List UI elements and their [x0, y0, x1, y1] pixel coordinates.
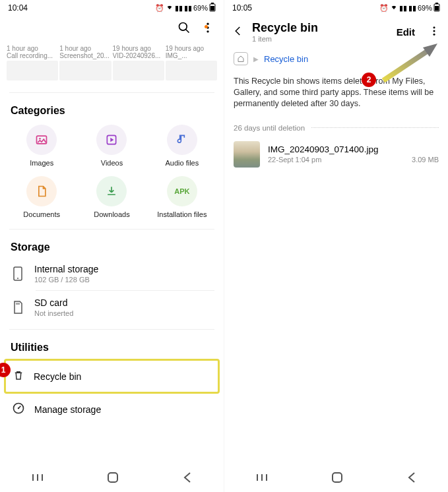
file-name: IMG_20240903_071400.jpg [268, 144, 439, 154]
alarm-icon: ⏰ [155, 4, 164, 13]
category-images[interactable]: Images [7, 125, 77, 167]
trash-icon [13, 369, 24, 384]
phone-icon [11, 266, 25, 281]
storage-heading: Storage [0, 235, 224, 257]
categories-grid: Images Videos Audio files Documents Down… [0, 121, 224, 224]
svg-rect-21 [108, 473, 117, 482]
nav-bar [224, 466, 448, 492]
recents-button[interactable] [256, 473, 268, 485]
svg-point-26 [433, 30, 435, 32]
clock: 10:04 [8, 3, 28, 13]
storage-internal[interactable]: Internal storage 102 GB / 128 GB [9, 257, 214, 290]
battery-text: 69% [193, 4, 208, 12]
item-count: 1 item [252, 35, 389, 43]
svg-point-9 [39, 138, 41, 140]
home-button[interactable] [107, 472, 119, 486]
svg-point-17 [18, 408, 20, 410]
home-icon[interactable] [234, 52, 248, 65]
svg-point-12 [17, 278, 18, 279]
deletion-countdown: 26 days until deletion [224, 113, 448, 135]
svg-rect-33 [333, 473, 342, 482]
breadcrumb-link[interactable]: Recycle bin [264, 54, 308, 64]
apk-icon: APK [167, 176, 197, 206]
divider [9, 229, 214, 230]
more-icon[interactable] [428, 25, 440, 40]
svg-rect-1 [211, 3, 214, 4]
battery-text: 69% [418, 4, 432, 12]
svg-point-7 [207, 30, 208, 32]
back-button[interactable] [407, 472, 416, 486]
sd-icon [11, 301, 25, 314]
alarm-icon: ⏰ [379, 4, 389, 13]
clock: 10:05 [232, 3, 252, 13]
notification-dot [205, 25, 208, 28]
signal-icon: ▮▮ [399, 4, 407, 13]
chevron-right-icon: ▶ [253, 55, 259, 63]
dotted-line [311, 127, 439, 128]
file-row[interactable]: IMG_20240903_071400.jpg 22-Sept 1:04 pm … [224, 135, 448, 174]
utilities-heading: Utilities [0, 335, 224, 357]
svg-line-4 [186, 30, 189, 33]
status-bar: 10:04 ⏰ ▮▮ ▮▮ 69% [0, 0, 224, 16]
svg-point-3 [179, 23, 187, 31]
file-size: 3.09 MB [412, 156, 439, 164]
phone-left: 10:04 ⏰ ▮▮ ▮▮ 69% 1 hour ago Call record… [0, 0, 224, 492]
file-date: 22-Sept 1:04 pm [268, 156, 321, 164]
storage-sdcard[interactable]: SD card Not inserted [9, 291, 214, 324]
category-apk[interactable]: APK Installation files [147, 176, 217, 218]
signal-icon: ▮▮ [175, 4, 183, 13]
divider [9, 329, 214, 330]
note-icon [167, 125, 197, 155]
signal2-icon: ▮▮ [408, 4, 416, 13]
more-icon[interactable] [201, 21, 214, 37]
recent-item[interactable]: 1 hour ago Screenshot_20... [59, 45, 111, 80]
play-icon [96, 125, 127, 155]
download-icon [96, 176, 127, 206]
recent-thumb [166, 61, 217, 80]
recents-button[interactable] [32, 473, 44, 485]
nav-bar [0, 466, 224, 492]
wifi-icon [166, 4, 174, 12]
utilities-list: 1 Recycle bin Manage storage [0, 357, 224, 426]
status-bar: 10:05 ⏰ ▮▮ ▮▮ 69% [224, 0, 448, 16]
recent-thumb [113, 61, 164, 80]
divider [9, 92, 214, 93]
svg-point-27 [433, 33, 435, 35]
status-icons: ⏰ ▮▮ ▮▮ 69% [379, 3, 440, 13]
category-audio[interactable]: Audio files [147, 125, 217, 167]
signal2-icon: ▮▮ [184, 4, 192, 13]
top-actions [0, 16, 224, 42]
search-icon[interactable] [177, 21, 191, 37]
category-documents[interactable]: Documents [7, 176, 77, 218]
back-button[interactable] [183, 472, 192, 486]
svg-point-25 [433, 26, 435, 28]
phone-right: 10:05 ⏰ ▮▮ ▮▮ 69% Recycle bin 1 item Edi… [224, 0, 448, 492]
doc-icon [26, 176, 57, 206]
gauge-icon [12, 402, 25, 417]
svg-rect-2 [210, 6, 214, 11]
recent-item[interactable]: 1 hour ago Call recording... [7, 45, 58, 80]
wifi-icon [390, 4, 398, 12]
recent-thumb [7, 61, 58, 80]
image-icon [26, 125, 57, 155]
recent-files-row: 1 hour ago Call recording... 1 hour ago … [0, 42, 224, 87]
battery-icon [433, 3, 440, 13]
category-downloads[interactable]: Downloads [77, 176, 146, 218]
back-arrow-icon[interactable] [232, 25, 244, 40]
annotation-badge-2: 2 [362, 73, 376, 87]
battery-icon [209, 3, 216, 13]
categories-heading: Categories [0, 98, 224, 121]
utility-recycle-bin[interactable]: Recycle bin [4, 359, 220, 394]
svg-rect-24 [435, 6, 439, 11]
recycle-bin-header: Recycle bin 1 item Edit [224, 16, 448, 48]
utility-manage-storage[interactable]: Manage storage [5, 394, 218, 425]
svg-rect-23 [435, 3, 438, 4]
edit-button[interactable]: Edit [397, 26, 415, 38]
category-videos[interactable]: Videos [77, 125, 146, 167]
storage-list: Internal storage 102 GB / 128 GB SD card… [0, 257, 224, 324]
status-icons: ⏰ ▮▮ ▮▮ 69% [155, 3, 216, 13]
file-thumbnail [234, 141, 260, 168]
home-button[interactable] [331, 472, 343, 486]
recent-item[interactable]: 19 hours ago IMG_... [166, 45, 217, 80]
recent-item[interactable]: 19 hours ago VID-20240926... [113, 45, 164, 80]
